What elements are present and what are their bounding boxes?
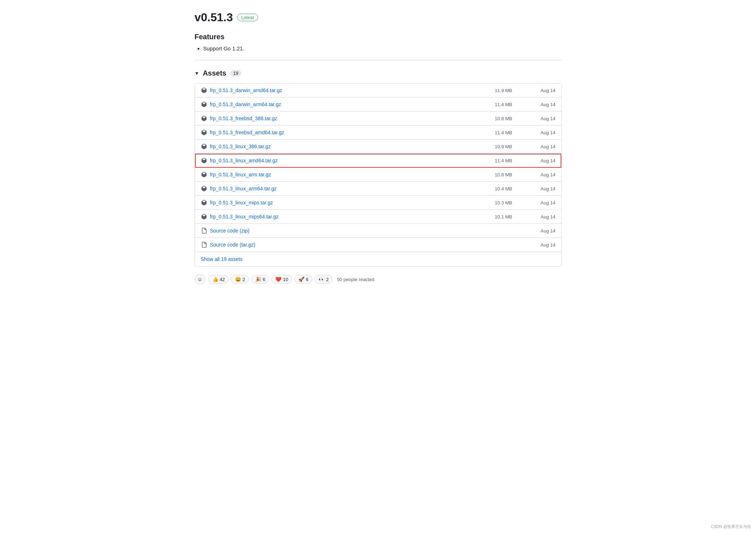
asset-date: Aug 14 (527, 200, 556, 205)
asset-size: 11.4 MB (484, 158, 527, 163)
asset-rows-container: frp_0.51.3_darwin_amd64.tar.gz11.9 MBAug… (195, 83, 561, 252)
asset-link[interactable]: frp_0.51.3_linux_mips64.tar.gz (210, 214, 279, 220)
assets-heading: Assets (203, 69, 226, 77)
asset-link[interactable]: frp_0.51.3_darwin_amd64.tar.gz (210, 87, 282, 93)
asset-link[interactable]: Source code (zip) (210, 228, 250, 234)
package-icon (201, 101, 207, 108)
reaction-emoji: 😄 (235, 276, 241, 282)
reaction-count: 6 (306, 277, 308, 282)
smiley-icon: ☺ (197, 276, 202, 282)
reaction-button-2[interactable]: 🎉6 (251, 275, 269, 284)
asset-name-col: frp_0.51.3_linux_arm.tar.gz (201, 171, 484, 178)
assets-section: ▼ Assets 19 frp_0.51.3_darwin_amd64.tar.… (195, 69, 562, 267)
package-icon (201, 157, 207, 164)
reaction-buttons-container: 👍42😄2🎉6❤️10🚀6👀2 (208, 275, 333, 284)
reaction-emoji: 🎉 (255, 276, 261, 282)
reaction-button-4[interactable]: 🚀6 (294, 275, 312, 284)
asset-link[interactable]: frp_0.51.3_freebsd_amd64.tar.gz (210, 130, 284, 135)
asset-date: Aug 14 (527, 186, 556, 191)
asset-row: frp_0.51.3_linux_mips.tar.gz10.3 MBAug 1… (195, 196, 561, 210)
reaction-emoji: 👍 (212, 276, 218, 282)
asset-row: frp_0.51.3_linux_mips64.tar.gz10.1 MBAug… (195, 210, 561, 224)
asset-link[interactable]: frp_0.51.3_linux_mips.tar.gz (210, 200, 273, 205)
asset-link[interactable]: frp_0.51.3_linux_amd64.tar.gz (210, 158, 278, 163)
version-title: v0.51.3 (195, 11, 233, 24)
reaction-button-1[interactable]: 😄2 (231, 275, 249, 284)
asset-date: Aug 14 (527, 144, 556, 149)
source-icon (201, 241, 207, 248)
package-icon (201, 143, 207, 150)
asset-link[interactable]: frp_0.51.3_darwin_arm64.tar.gz (210, 101, 281, 107)
features-list: Support Go 1.21. (195, 45, 562, 51)
assets-count-badge: 19 (230, 70, 241, 76)
asset-name-col: frp_0.51.3_darwin_amd64.tar.gz (201, 87, 484, 94)
page-container: v0.51.3 Latest Features Support Go 1.21.… (180, 0, 576, 299)
asset-size: 10.8 MB (484, 172, 527, 177)
package-icon (201, 185, 207, 192)
asset-name-col: frp_0.51.3_linux_386.tar.gz (201, 143, 484, 150)
asset-name-col: frp_0.51.3_freebsd_amd64.tar.gz (201, 129, 484, 136)
asset-size: 10.4 MB (484, 186, 527, 191)
asset-name-col: frp_0.51.3_linux_mips.tar.gz (201, 199, 484, 206)
feature-item-1: Support Go 1.21. (203, 45, 562, 51)
asset-row: frp_0.51.3_freebsd_amd64.tar.gz11.4 MBAu… (195, 126, 561, 140)
asset-row: Source code (zip)Aug 14 (195, 224, 561, 238)
reactions-row: ☺ 👍42😄2🎉6❤️10🚀6👀2 50 people reacted (195, 274, 562, 285)
show-all-assets-link[interactable]: Show all 19 assets (201, 256, 243, 262)
package-icon (201, 129, 207, 136)
asset-size: 10.8 MB (484, 116, 527, 121)
reaction-button-3[interactable]: ❤️10 (271, 275, 292, 284)
asset-row: frp_0.51.3_freebsd_386.tar.gz10.8 MBAug … (195, 112, 561, 126)
asset-row: frp_0.51.3_darwin_arm64.tar.gz11.4 MBAug… (195, 98, 561, 112)
assets-header: ▼ Assets 19 (195, 69, 562, 77)
asset-link[interactable]: frp_0.51.3_linux_arm64.tar.gz (210, 186, 277, 191)
package-icon (201, 171, 207, 178)
reaction-emoji: 🚀 (298, 276, 304, 282)
asset-date: Aug 14 (527, 88, 556, 93)
reaction-button-5[interactable]: 👀2 (314, 275, 332, 284)
asset-date: Aug 14 (527, 102, 556, 107)
reaction-button-0[interactable]: 👍42 (208, 275, 229, 284)
source-icon (201, 227, 207, 234)
reaction-emoji: ❤️ (275, 276, 281, 282)
asset-name-col: frp_0.51.3_freebsd_386.tar.gz (201, 115, 484, 122)
asset-size: 11.9 MB (484, 88, 527, 93)
reaction-count: 2 (326, 277, 329, 282)
reaction-count: 42 (220, 277, 225, 282)
latest-badge: Latest (237, 14, 258, 21)
features-section: Features Support Go 1.21. (195, 33, 562, 51)
asset-row: frp_0.51.3_darwin_amd64.tar.gz11.9 MBAug… (195, 83, 561, 98)
asset-name-col: frp_0.51.3_linux_mips64.tar.gz (201, 213, 484, 220)
reaction-count: 2 (243, 277, 245, 282)
asset-size: 10.1 MB (484, 214, 527, 220)
reaction-count: 6 (263, 277, 265, 282)
asset-row: frp_0.51.3_linux_amd64.tar.gz11.4 MBAug … (195, 154, 561, 168)
features-heading: Features (195, 33, 562, 41)
asset-link[interactable]: Source code (tar.gz) (210, 242, 255, 248)
asset-link[interactable]: frp_0.51.3_freebsd_386.tar.gz (210, 116, 277, 121)
asset-row: frp_0.51.3_linux_386.tar.gz10.9 MBAug 14 (195, 140, 561, 154)
asset-name-col: frp_0.51.3_linux_amd64.tar.gz (201, 157, 484, 164)
package-icon (201, 87, 207, 94)
asset-link[interactable]: frp_0.51.3_linux_arm.tar.gz (210, 172, 271, 177)
reaction-emoji: 👀 (318, 276, 325, 282)
asset-size: 10.9 MB (484, 144, 527, 149)
package-icon (201, 199, 207, 206)
asset-date: Aug 14 (527, 158, 556, 163)
assets-triangle-icon: ▼ (195, 71, 199, 76)
reaction-count: 10 (283, 277, 288, 282)
package-icon (201, 115, 207, 122)
asset-name-col: frp_0.51.3_linux_arm64.tar.gz (201, 185, 484, 192)
add-reaction-button[interactable]: ☺ (195, 274, 205, 285)
asset-size: 11.4 MB (484, 130, 527, 135)
section-divider (195, 60, 562, 60)
reactions-summary: 50 people reacted (337, 277, 374, 282)
asset-size: 10.3 MB (484, 200, 527, 205)
asset-row: frp_0.51.3_linux_arm64.tar.gz10.4 MBAug … (195, 182, 561, 196)
asset-row: Source code (tar.gz)Aug 14 (195, 238, 561, 252)
assets-table: frp_0.51.3_darwin_amd64.tar.gz11.9 MBAug… (195, 83, 562, 267)
asset-link[interactable]: frp_0.51.3_linux_386.tar.gz (210, 144, 271, 149)
package-icon (201, 213, 207, 220)
asset-date: Aug 14 (527, 116, 556, 121)
asset-size: 11.4 MB (484, 102, 527, 107)
